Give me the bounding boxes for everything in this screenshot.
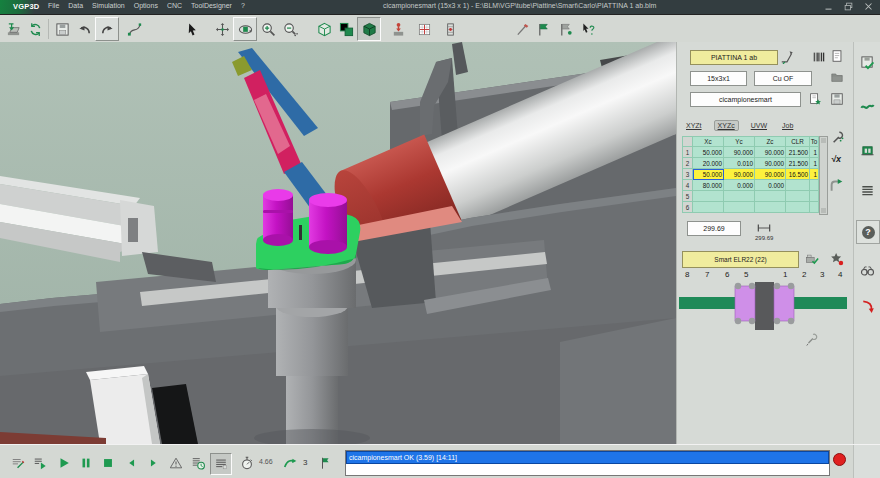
tool-roller-left	[263, 195, 293, 240]
flag-play-icon[interactable]	[316, 453, 336, 473]
slot-6[interactable]: 6	[725, 270, 729, 279]
col-clr: CLR	[786, 136, 810, 147]
coordinates-table[interactable]: Xc Yc Zc CLR To 1 50.000 90.000 90.000 2…	[682, 136, 819, 213]
bend-direction-icon[interactable]	[859, 298, 876, 315]
record-indicator[interactable]	[833, 453, 846, 466]
open-folder-icon[interactable]	[828, 68, 845, 85]
measure-button[interactable]	[511, 18, 533, 40]
cycle-report-icon[interactable]	[188, 453, 208, 473]
menu-file[interactable]: File	[48, 2, 59, 9]
flag-marker-button[interactable]	[533, 18, 555, 40]
zoom-out-button[interactable]	[279, 18, 301, 40]
restore-button[interactable]	[843, 1, 854, 12]
menu-tooldesigner[interactable]: ToolDesigner	[191, 2, 232, 9]
menu-help[interactable]: ?	[241, 2, 245, 9]
zoom-in-button[interactable]	[257, 18, 279, 40]
machine-selector[interactable]: Smart ELR22 (22)	[682, 251, 799, 268]
tab-uvw[interactable]: UVW	[748, 121, 770, 130]
search-binoculars-icon[interactable]	[859, 262, 876, 279]
section-field[interactable]: 15x3x1	[690, 71, 747, 86]
scroll-up-icon[interactable]	[821, 138, 826, 143]
play-button[interactable]	[54, 453, 74, 473]
trajectory-button[interactable]	[123, 18, 145, 40]
speed-icon[interactable]	[280, 453, 300, 473]
scroll-down-icon[interactable]	[821, 208, 826, 213]
context-help-button[interactable]	[577, 18, 599, 40]
help-button[interactable]: ?	[856, 220, 880, 244]
table-row: 5	[682, 191, 819, 202]
viewport-3d[interactable]	[0, 42, 676, 444]
selected-cell[interactable]: 50.000	[693, 169, 724, 180]
material-field[interactable]: Cu OF	[754, 71, 812, 86]
flag-check-button[interactable]	[555, 18, 577, 40]
menu-cnc[interactable]: CNC	[167, 2, 182, 9]
title-bar: VGP3D File Data Simulation Options CNC T…	[0, 0, 880, 14]
status-row-selected[interactable]: cicampionesmart OK (3.59) [14:11]	[346, 451, 829, 464]
slot-2[interactable]: 2	[802, 270, 806, 279]
save-check-icon[interactable]	[859, 54, 876, 71]
program-name-field[interactable]: cicampionesmart	[690, 92, 801, 107]
machine-favorite-icon[interactable]	[828, 250, 845, 267]
barcode-icon[interactable]	[810, 48, 827, 65]
menu-data[interactable]: Data	[68, 2, 83, 9]
step-back-button[interactable]	[121, 453, 141, 473]
stop-button[interactable]	[98, 453, 118, 473]
length-field[interactable]: 299.69	[687, 221, 741, 236]
slot-7[interactable]: 7	[705, 270, 709, 279]
slot-1[interactable]: 1	[783, 270, 787, 279]
save-favorite-icon[interactable]	[806, 90, 823, 107]
view-shaded-button[interactable]	[335, 18, 357, 40]
toolbar-separator	[48, 19, 49, 39]
redo-button[interactable]	[95, 17, 119, 41]
undo-button[interactable]	[73, 18, 95, 40]
program-list-icon[interactable]	[859, 182, 876, 199]
bend-radius-icon[interactable]	[827, 176, 844, 193]
close-button[interactable]	[863, 1, 874, 12]
machine-view-icon[interactable]	[859, 142, 876, 159]
table-row-selected: 3 50.000 90.000 90.000 16.500 1	[682, 169, 819, 180]
app-name: VGP3D	[13, 2, 39, 11]
viewport-3d-scene	[0, 42, 676, 444]
tool-setup-icon[interactable]	[829, 128, 846, 145]
notes-icon[interactable]	[828, 47, 845, 64]
simulation-bar: 4.66 3 cicampionesmart OK (3.59) [14:11]	[0, 444, 880, 478]
slot-4[interactable]: 4	[838, 270, 842, 279]
collision-warning-icon[interactable]	[166, 453, 186, 473]
slot-3[interactable]: 3	[820, 270, 824, 279]
program-panel: PIATTINA 1 ab 15x3x1 Cu OF cicampionesma…	[676, 42, 854, 444]
stopwatch-icon	[237, 453, 257, 473]
sqrt-x-button[interactable]: √x	[831, 154, 841, 164]
save-program-icon[interactable]	[828, 90, 845, 107]
simulation-status-list[interactable]: cicampionesmart OK (3.59) [14:11]	[345, 450, 830, 476]
edit-simulation-icon[interactable]	[8, 453, 28, 473]
tab-xyzc[interactable]: XYZc	[714, 120, 739, 131]
tab-xyzt[interactable]: XYZt	[683, 121, 705, 130]
rotate-3d-button[interactable]	[233, 17, 257, 41]
machine-check-icon[interactable]	[803, 250, 820, 267]
view-solid-button[interactable]	[357, 17, 381, 41]
tab-job[interactable]: Job	[779, 121, 796, 130]
pan-view-button[interactable]	[211, 18, 233, 40]
minimize-button[interactable]	[823, 1, 834, 12]
menu-options[interactable]: Options	[134, 2, 158, 9]
col-xc: Xc	[693, 136, 724, 147]
pointer-tool-button[interactable]	[181, 18, 203, 40]
grid-center-button[interactable]	[413, 18, 435, 40]
pause-button[interactable]	[76, 453, 96, 473]
import-button[interactable]	[2, 18, 24, 40]
save-button[interactable]	[51, 18, 73, 40]
refresh-button[interactable]	[24, 18, 46, 40]
mini-tool-icon[interactable]	[803, 330, 820, 347]
step-forward-button[interactable]	[144, 453, 164, 473]
step-list-icon[interactable]	[30, 453, 50, 473]
slot-8[interactable]: 8	[685, 270, 689, 279]
view-wireframe-button[interactable]	[313, 18, 335, 40]
tube-shape-icon[interactable]	[859, 98, 876, 115]
bend-tool-icon[interactable]	[778, 48, 795, 65]
menu-simulation[interactable]: Simulation	[92, 2, 125, 9]
slot-5[interactable]: 5	[744, 270, 748, 279]
gauge-button[interactable]	[439, 18, 461, 40]
tool-down-button[interactable]	[387, 18, 409, 40]
part-name-field[interactable]: PIATTINA 1 ab	[690, 50, 778, 65]
program-report-icon[interactable]	[210, 453, 232, 475]
